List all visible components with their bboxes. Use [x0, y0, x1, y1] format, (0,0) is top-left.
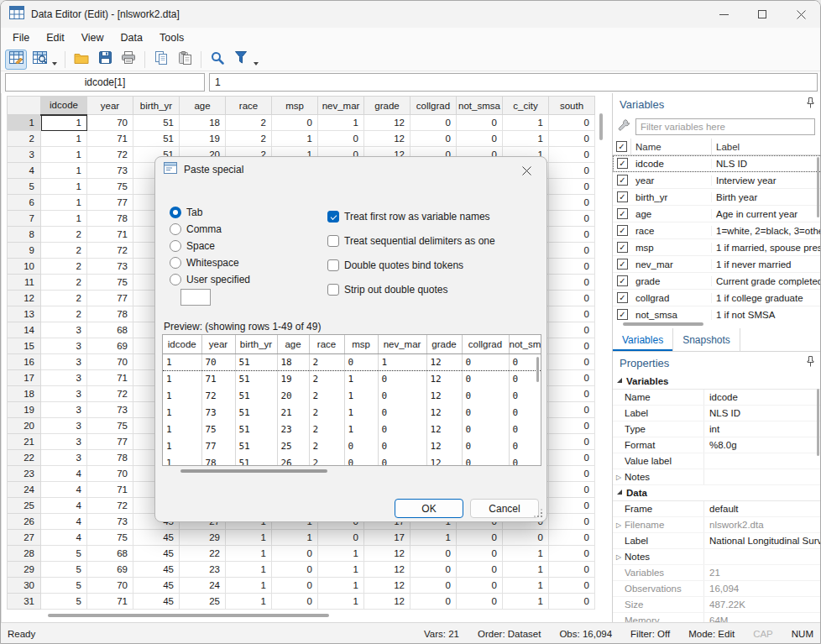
filter-dropdown-arrow-icon[interactable] [254, 62, 259, 65]
grid-cell[interactable]: 75 [87, 530, 133, 546]
row-number[interactable]: 16 [8, 354, 41, 370]
grid-cell[interactable]: 0 [410, 578, 457, 594]
property-frame[interactable]: Framedefault [613, 501, 821, 517]
checkbox[interactable] [327, 284, 339, 296]
property-value-label[interactable]: Value label [613, 453, 821, 469]
tab-snapshots[interactable]: Snapshots [673, 328, 740, 351]
grid-cell[interactable]: 0 [410, 546, 457, 562]
option-treat-sequential-delimiters-as-one[interactable]: Treat sequential delimiters as one [327, 233, 495, 249]
grid-cell[interactable]: 3 [41, 434, 87, 450]
variable-checkbox[interactable]: ✓ [617, 275, 628, 286]
grid-cell[interactable]: 0 [549, 195, 595, 211]
option-double-quotes-bind-tokens[interactable]: Double quotes bind tokens [327, 257, 495, 274]
row-number[interactable]: 5 [8, 179, 41, 195]
grid-cell[interactable]: 0 [457, 115, 503, 131]
print-button[interactable] [118, 50, 139, 70]
grid-cell[interactable]: 4 [41, 514, 87, 530]
preview-vertical-scrollbar[interactable] [536, 357, 539, 382]
column-header-c_city[interactable]: c_city [503, 97, 549, 115]
grid-cell[interactable]: 0 [549, 386, 595, 402]
option-strip-out-double-quotes[interactable]: Strip out double quotes [327, 281, 495, 298]
row-number[interactable]: 10 [8, 259, 41, 275]
collapsed-arrow-icon[interactable]: ▷ [613, 521, 625, 529]
grid-cell[interactable]: 2 [226, 131, 272, 147]
property-notes[interactable]: ▷Notes [613, 469, 821, 485]
grid-cell[interactable]: 0 [549, 482, 595, 498]
property-size[interactable]: Size487.22K [613, 597, 821, 613]
row-number[interactable]: 18 [8, 386, 41, 402]
grid-cell[interactable]: 73 [87, 163, 133, 179]
grid-cell[interactable]: 1 [272, 530, 318, 546]
grid-cell[interactable]: 72 [87, 147, 133, 163]
checkbox[interactable] [327, 235, 339, 247]
grid-cell[interactable]: 12 [364, 115, 410, 131]
grid-cell[interactable]: 77 [87, 434, 133, 450]
grid-cell[interactable]: 0 [549, 306, 595, 322]
grid-cell[interactable]: 0 [457, 594, 503, 610]
grid-cell[interactable]: 0 [549, 530, 595, 546]
row-number[interactable]: 28 [8, 546, 41, 562]
grid-cell[interactable]: 71 [87, 227, 133, 243]
property-observations[interactable]: Observations16,094 [613, 581, 821, 597]
cell-value-input[interactable]: 1 [209, 73, 818, 92]
grid-cell[interactable]: 0 [272, 546, 318, 562]
data-browse-button[interactable] [29, 50, 50, 70]
variable-row-race[interactable]: ✓race1=white, 2=black, 3=other [613, 223, 821, 239]
grid-cell[interactable]: 72 [87, 243, 133, 259]
property-label[interactable]: LabelNational Longitudinal Survey [613, 533, 821, 549]
variable-checkbox[interactable]: ✓ [617, 309, 628, 320]
grid-cell[interactable]: 1 [41, 163, 87, 179]
pin-icon[interactable] [806, 97, 815, 111]
radio-button[interactable] [170, 274, 181, 285]
grid-cell[interactable]: 3 [41, 386, 87, 402]
row-number[interactable]: 20 [8, 418, 41, 434]
grid-cell[interactable]: 70 [87, 115, 133, 131]
grid-cell[interactable]: 0 [549, 163, 595, 179]
grid-cell[interactable]: 0 [549, 594, 595, 610]
option-treat-first-row-as-variable-names[interactable]: Treat first row as variable names [327, 208, 495, 225]
wrench-icon[interactable] [618, 119, 630, 135]
expanded-arrow-icon[interactable] [617, 490, 622, 495]
grid-cell[interactable]: 0 [549, 370, 595, 386]
row-number[interactable]: 22 [8, 450, 41, 466]
paste-button[interactable] [174, 50, 196, 70]
menu-file[interactable]: File [4, 29, 38, 46]
variable-checkbox[interactable]: ✓ [617, 259, 628, 270]
row-number[interactable]: 14 [8, 322, 41, 338]
preview-horizontal-scrollbar[interactable] [180, 469, 327, 473]
radio-button[interactable] [170, 240, 181, 252]
row-number[interactable]: 27 [8, 530, 41, 546]
row-number[interactable]: 3 [8, 147, 41, 163]
grid-cell[interactable]: 73 [87, 402, 133, 418]
radio-button[interactable] [170, 257, 181, 269]
variable-checkbox[interactable]: ✓ [617, 208, 628, 219]
grid-cell[interactable]: 1 [503, 131, 549, 147]
grid-cell[interactable]: 1 [318, 562, 364, 578]
delimiter-space[interactable]: Space [170, 238, 250, 254]
variables-vertical-scrollbar[interactable] [817, 157, 819, 217]
grid-cell[interactable]: 1 [41, 179, 87, 195]
variable-row-grade[interactable]: ✓gradeCurrent grade completed [613, 273, 821, 290]
open-button[interactable] [71, 50, 92, 70]
grid-cell[interactable]: 51 [133, 115, 180, 131]
grid-cell[interactable]: 2 [226, 115, 272, 131]
grid-cell[interactable]: 0 [549, 498, 595, 514]
grid-cell[interactable]: 71 [87, 370, 133, 386]
grid-cell[interactable]: 0 [549, 322, 595, 338]
grid-cell[interactable]: 69 [87, 338, 133, 354]
variables-horizontal-scrollbar[interactable] [623, 322, 703, 326]
grid-cell[interactable]: 0 [410, 594, 457, 610]
grid-cell[interactable]: 0 [549, 227, 595, 243]
grid-cell[interactable]: 2 [41, 291, 87, 306]
grid-cell[interactable]: 2 [41, 306, 87, 322]
radio-button[interactable] [170, 207, 181, 218]
row-number[interactable]: 25 [8, 498, 41, 514]
grid-cell[interactable]: 3 [41, 370, 87, 386]
checkbox[interactable] [327, 259, 339, 271]
grid-cell[interactable]: 3 [41, 418, 87, 434]
close-button[interactable] [782, 1, 820, 28]
grid-cell[interactable]: 1 [226, 578, 272, 594]
grid-cell[interactable]: 3 [41, 338, 87, 354]
grid-cell[interactable]: 22 [180, 546, 226, 562]
row-number[interactable]: 30 [8, 578, 41, 594]
